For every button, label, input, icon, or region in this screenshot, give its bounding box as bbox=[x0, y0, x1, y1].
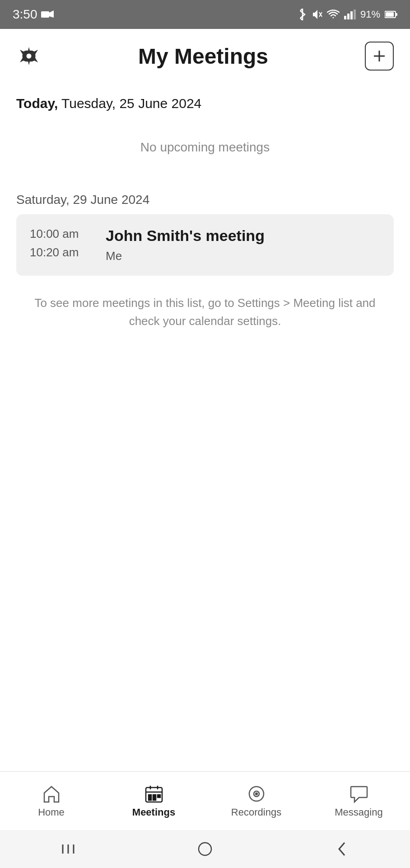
system-nav bbox=[0, 830, 410, 868]
svg-point-27 bbox=[256, 793, 257, 795]
meeting-start-time: 10:00 am bbox=[30, 227, 93, 241]
svg-rect-24 bbox=[153, 798, 156, 800]
mute-icon bbox=[312, 9, 322, 20]
gear-icon bbox=[18, 45, 40, 67]
today-bold-label: Today, bbox=[16, 96, 58, 111]
status-icons: 91% bbox=[298, 9, 397, 20]
svg-rect-22 bbox=[158, 795, 160, 797]
nav-label-home: Home bbox=[38, 807, 65, 818]
main-content: Today, Tuesday, 25 June 2024 No upcoming… bbox=[0, 80, 410, 771]
svg-marker-1 bbox=[49, 10, 54, 18]
recents-icon bbox=[59, 842, 77, 856]
settings-hint: To see more meetings in this list, go to… bbox=[16, 294, 394, 330]
nav-item-messaging[interactable]: Messaging bbox=[308, 779, 410, 823]
svg-point-31 bbox=[199, 843, 211, 855]
status-time: 3:50 bbox=[13, 7, 54, 22]
svg-point-13 bbox=[26, 53, 32, 59]
meeting-card[interactable]: 10:00 am 10:20 am John Smith's meeting M… bbox=[16, 214, 394, 276]
svg-rect-21 bbox=[153, 795, 156, 797]
svg-rect-23 bbox=[149, 798, 151, 800]
wifi-icon bbox=[327, 9, 340, 19]
meeting-times: 10:00 am 10:20 am bbox=[30, 227, 93, 259]
add-meeting-button[interactable] bbox=[365, 42, 394, 71]
back-button[interactable] bbox=[328, 835, 355, 863]
header: My Meetings bbox=[0, 29, 410, 80]
bluetooth-icon bbox=[298, 9, 307, 20]
today-date-label: Today, Tuesday, 25 June 2024 bbox=[16, 96, 394, 111]
settings-button[interactable] bbox=[16, 43, 42, 69]
add-icon bbox=[371, 48, 387, 64]
svg-rect-8 bbox=[354, 9, 356, 19]
today-section: Today, Tuesday, 25 June 2024 bbox=[16, 96, 394, 111]
nav-label-messaging: Messaging bbox=[335, 807, 382, 818]
svg-marker-2 bbox=[313, 10, 317, 19]
nav-label-meetings: Meetings bbox=[132, 807, 175, 818]
meetings-icon bbox=[144, 784, 164, 804]
signal-icon bbox=[344, 9, 356, 19]
nav-item-recordings[interactable]: Recordings bbox=[205, 779, 308, 823]
home-button[interactable] bbox=[191, 835, 219, 863]
bottom-nav: Home Meetings Recordings Messaging bbox=[0, 771, 410, 830]
page-title: My Meetings bbox=[138, 44, 268, 69]
svg-rect-5 bbox=[344, 16, 346, 19]
svg-rect-20 bbox=[149, 795, 151, 797]
svg-rect-10 bbox=[386, 12, 394, 17]
meeting-title: John Smith's meeting bbox=[106, 227, 265, 245]
svg-rect-6 bbox=[347, 14, 349, 19]
status-bar: 3:50 91% bbox=[0, 0, 410, 29]
svg-rect-7 bbox=[350, 11, 353, 19]
battery-icon bbox=[385, 10, 397, 19]
recents-button[interactable] bbox=[55, 835, 82, 863]
recordings-icon bbox=[247, 784, 266, 804]
camera-icon bbox=[41, 9, 54, 19]
meeting-info: John Smith's meeting Me bbox=[106, 227, 265, 263]
meeting-organizer: Me bbox=[106, 249, 265, 263]
back-icon bbox=[335, 841, 348, 857]
messaging-icon bbox=[349, 784, 369, 804]
saturday-date-label: Saturday, 29 June 2024 bbox=[16, 193, 394, 207]
saturday-section: Saturday, 29 June 2024 bbox=[16, 193, 394, 207]
battery-percent: 91% bbox=[360, 9, 380, 20]
home-icon bbox=[42, 784, 61, 804]
meeting-end-time: 10:20 am bbox=[30, 245, 93, 259]
system-home-icon bbox=[197, 841, 213, 857]
no-meetings-label: No upcoming meetings bbox=[16, 118, 394, 176]
svg-rect-0 bbox=[41, 11, 49, 18]
nav-item-meetings[interactable]: Meetings bbox=[102, 779, 205, 823]
nav-label-recordings: Recordings bbox=[231, 807, 281, 818]
nav-item-home[interactable]: Home bbox=[0, 779, 102, 823]
today-date-text: Tuesday, 25 June 2024 bbox=[58, 96, 201, 111]
svg-rect-11 bbox=[396, 13, 397, 16]
time-display: 3:50 bbox=[13, 7, 37, 22]
